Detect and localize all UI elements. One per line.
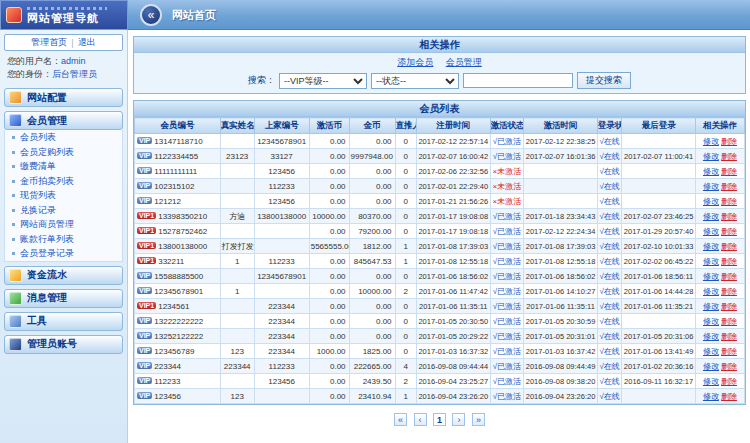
last-login-cell: 2017-01-02 20:36:16 xyxy=(622,359,696,374)
edit-link[interactable]: 修改 xyxy=(703,167,719,176)
submit-search-button[interactable]: 提交搜索 xyxy=(577,72,631,89)
gold-cell: 79200.00 xyxy=(349,224,395,239)
member-id-cell: VIP11234561 xyxy=(135,299,221,314)
vip-badge: VIP1 xyxy=(137,302,156,309)
logout-link[interactable]: 退出 xyxy=(78,36,96,49)
back-icon[interactable]: « xyxy=(140,4,162,26)
vip-badge: VIP xyxy=(137,332,152,339)
edit-link[interactable]: 修改 xyxy=(703,317,719,326)
user-info: 您的用户名：admin 您的身份：后台管理员 xyxy=(4,54,123,84)
last-login-cell xyxy=(622,134,696,149)
search-input[interactable] xyxy=(463,73,573,88)
delete-link[interactable]: 删除 xyxy=(721,197,737,206)
edit-link[interactable]: 修改 xyxy=(703,137,719,146)
delete-link[interactable]: 删除 xyxy=(721,392,737,401)
submenu-member-list[interactable]: 会员列表 xyxy=(5,130,122,145)
delete-link[interactable]: 删除 xyxy=(721,332,737,341)
gold-cell: 0.00 xyxy=(349,329,395,344)
submenu-spot-list[interactable]: 现货列表 xyxy=(5,188,122,203)
delete-link[interactable]: 删除 xyxy=(721,182,737,191)
sidebar-item-site-config[interactable]: 网站配置 xyxy=(4,88,123,107)
related-operations-title: 相关操作 xyxy=(134,37,745,53)
login-status-cell: √在线 xyxy=(597,374,622,389)
delete-link[interactable]: 删除 xyxy=(721,152,737,161)
delete-link[interactable]: 删除 xyxy=(721,362,737,371)
add-member-link[interactable]: 添加会员 xyxy=(397,57,433,67)
delete-link[interactable]: 删除 xyxy=(721,212,737,221)
vip-badge: VIP xyxy=(137,137,152,144)
edit-link[interactable]: 修改 xyxy=(703,392,719,401)
delete-link[interactable]: 删除 xyxy=(721,167,737,176)
actions-cell: 修改删除 xyxy=(695,359,744,374)
table-row: VIP111111111111234560.000.0002017-02-06 … xyxy=(135,164,745,179)
status-badge: √已激活 xyxy=(493,152,521,161)
sidebar-item-funds-flow[interactable]: 资金流水 xyxy=(4,266,123,285)
next-page-button[interactable]: › xyxy=(452,413,465,426)
first-page-button[interactable]: « xyxy=(394,413,407,426)
delete-link[interactable]: 删除 xyxy=(721,302,737,311)
delete-link[interactable]: 删除 xyxy=(721,272,737,281)
edit-link[interactable]: 修改 xyxy=(703,182,719,191)
member-id-cell: VIP13252122222 xyxy=(135,329,221,344)
online-badge: √在线 xyxy=(599,227,619,236)
edit-link[interactable]: 修改 xyxy=(703,272,719,281)
edit-link[interactable]: 修改 xyxy=(703,257,719,266)
member-id-cell: VIP123456 xyxy=(135,389,221,404)
vip-badge: VIP xyxy=(137,377,152,384)
delete-link[interactable]: 删除 xyxy=(721,347,737,356)
delete-link[interactable]: 删除 xyxy=(721,242,737,251)
upline-id-cell xyxy=(254,284,309,299)
real-name-cell xyxy=(220,299,254,314)
edit-link[interactable]: 修改 xyxy=(703,152,719,161)
operation-links: 添加会员 会员管理 xyxy=(134,56,745,69)
login-status-cell: √在线 xyxy=(597,314,622,329)
member-management-link[interactable]: 会员管理 xyxy=(446,57,482,67)
submenu-site-member-admin[interactable]: 网站商员管理 xyxy=(5,217,122,232)
last-login-cell: 2017-01-06 13:41:49 xyxy=(622,344,696,359)
edit-link[interactable]: 修改 xyxy=(703,377,719,386)
member-id-cell: VIP121212 xyxy=(135,194,221,209)
edit-link[interactable]: 修改 xyxy=(703,347,719,356)
last-page-button[interactable]: » xyxy=(472,413,485,426)
edit-link[interactable]: 修改 xyxy=(703,197,719,206)
status-badge: √已激活 xyxy=(493,212,521,221)
delete-link[interactable]: 删除 xyxy=(721,137,737,146)
upline-id-cell: 123456 xyxy=(254,164,309,179)
edit-link[interactable]: 修改 xyxy=(703,302,719,311)
delete-link[interactable]: 删除 xyxy=(721,227,737,236)
login-status-cell: √在线 xyxy=(597,389,622,404)
submenu-exchange-records[interactable]: 兑换记录 xyxy=(5,203,122,218)
submenu-fee-list[interactable]: 缴费清单 xyxy=(5,159,122,174)
gold-cell: 80370.00 xyxy=(349,209,395,224)
sidebar-item-tools[interactable]: 工具 xyxy=(4,312,123,331)
edit-link[interactable]: 修改 xyxy=(703,287,719,296)
online-badge: √在线 xyxy=(599,167,619,176)
delete-link[interactable]: 删除 xyxy=(721,257,737,266)
admin-home-link[interactable]: 管理首页 xyxy=(31,36,67,49)
submenu-member-orders[interactable]: 会员定购列表 xyxy=(5,145,122,160)
search-row: 搜索： --VIP等级-- --状态-- 提交搜索 xyxy=(134,72,745,89)
register-time-cell: 2016-09-04 23:26:20 xyxy=(417,389,491,404)
activation-coins-cell: 0.00 xyxy=(309,224,349,239)
delete-link[interactable]: 删除 xyxy=(721,287,737,296)
submenu-gold-auction[interactable]: 金币拍卖列表 xyxy=(5,174,122,189)
edit-link[interactable]: 修改 xyxy=(703,362,719,371)
submenu-account-statements[interactable]: 账款行单列表 xyxy=(5,232,122,247)
prev-page-button[interactable]: ‹ xyxy=(414,413,427,426)
delete-link[interactable]: 删除 xyxy=(721,317,737,326)
status-select[interactable]: --状态-- xyxy=(371,73,459,89)
submenu-login-records[interactable]: 会员登录记录 xyxy=(5,246,122,261)
delete-link[interactable]: 删除 xyxy=(721,377,737,386)
sidebar-item-member-management[interactable]: 会员管理 xyxy=(4,111,123,130)
edit-link[interactable]: 修改 xyxy=(703,212,719,221)
member-id-cell: VIP223344 xyxy=(135,359,221,374)
activation-coins-cell: 0.00 xyxy=(309,314,349,329)
vip-level-select[interactable]: --VIP等级-- xyxy=(279,73,367,89)
edit-link[interactable]: 修改 xyxy=(703,227,719,236)
sidebar-item-message-management[interactable]: 消息管理 xyxy=(4,289,123,308)
activation-coins-cell: 0.00 xyxy=(309,254,349,269)
edit-link[interactable]: 修改 xyxy=(703,242,719,251)
edit-link[interactable]: 修改 xyxy=(703,332,719,341)
login-status-cell: √在线 xyxy=(597,164,622,179)
sidebar-item-admin-account[interactable]: 管理员账号 xyxy=(4,335,123,354)
